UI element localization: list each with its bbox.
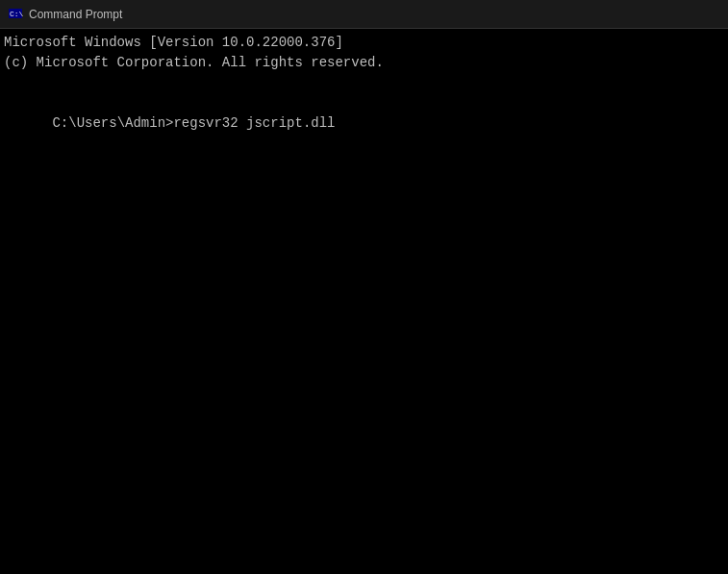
terminal-line-blank (4, 73, 724, 93)
title-bar-label: Command Prompt (29, 8, 122, 21)
window: C:\ Command Prompt Microsoft Windows [Ve… (0, 0, 728, 574)
terminal-line-command: C:\Users\Admin>regsvr32 jscript.dll (4, 93, 724, 154)
title-bar: C:\ Command Prompt (0, 0, 728, 29)
cmd-icon: C:\ (8, 7, 23, 22)
prompt-path: C:\Users\Admin> (52, 115, 173, 131)
terminal-body[interactable]: Microsoft Windows [Version 10.0.22000.37… (0, 29, 728, 574)
svg-text:C:\: C:\ (10, 10, 23, 18)
terminal-line-version: Microsoft Windows [Version 10.0.22000.37… (4, 33, 724, 53)
prompt-command: regsvr32 jscript.dll (173, 115, 335, 131)
terminal-line-copyright: (c) Microsoft Corporation. All rights re… (4, 53, 724, 73)
